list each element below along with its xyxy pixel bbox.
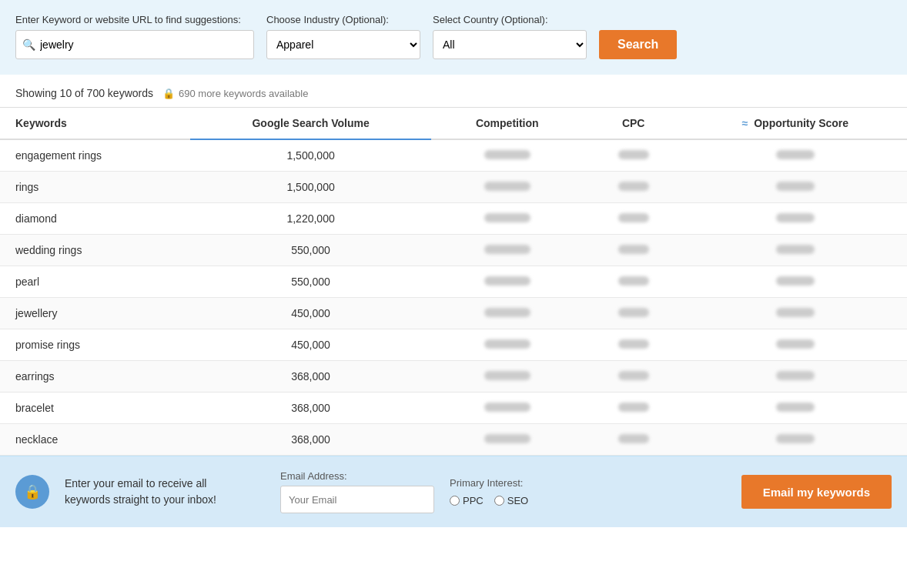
table-row: wedding rings550,000 bbox=[0, 235, 907, 266]
keyword-cell: bracelet bbox=[0, 393, 190, 424]
col-header-opportunity: ≈ Opportunity Score bbox=[684, 108, 907, 140]
cpc-cell bbox=[584, 329, 684, 361]
cpc-cell bbox=[584, 235, 684, 266]
cpc-cell bbox=[584, 361, 684, 393]
ppc-radio[interactable] bbox=[450, 496, 460, 506]
industry-label: Choose Industry (Optional): bbox=[266, 14, 420, 25]
opportunity-cell bbox=[684, 361, 907, 393]
email-keywords-button[interactable]: Email my keywords bbox=[741, 475, 892, 509]
opportunity-cell bbox=[684, 235, 907, 266]
opportunity-cell bbox=[684, 172, 907, 203]
table-row: jewellery450,000 bbox=[0, 298, 907, 329]
col-header-competition: Competition bbox=[431, 108, 584, 140]
ppc-radio-label[interactable]: PPC bbox=[450, 495, 484, 506]
opportunity-cell bbox=[684, 393, 907, 424]
table-header-row: Keywords Google Search Volume Competitio… bbox=[0, 108, 907, 140]
promo-line2: keywords straight to your inbox! bbox=[65, 493, 216, 506]
email-input[interactable] bbox=[280, 486, 434, 513]
keyword-cell: jewellery bbox=[0, 298, 190, 329]
table-row: diamond1,220,000 bbox=[0, 203, 907, 235]
industry-select[interactable]: Apparel Arts & Entertainment Automotive … bbox=[266, 30, 420, 59]
competition-cell bbox=[431, 235, 584, 266]
keyword-cell: diamond bbox=[0, 203, 190, 235]
col-header-opportunity-text: Opportunity Score bbox=[754, 117, 848, 129]
volume-cell: 368,000 bbox=[190, 361, 431, 393]
col-header-volume: Google Search Volume bbox=[190, 108, 431, 140]
search-magnifier-icon: 🔍 bbox=[22, 38, 35, 51]
cpc-cell bbox=[584, 298, 684, 329]
keyword-input-wrapper: 🔍 bbox=[15, 30, 254, 59]
opportunity-cell bbox=[684, 139, 907, 172]
country-select[interactable]: All United States United Kingdom Canada … bbox=[433, 30, 587, 59]
competition-cell bbox=[431, 266, 584, 298]
col-header-keywords: Keywords bbox=[0, 108, 190, 140]
table-row: necklace368,000 bbox=[0, 424, 907, 456]
radio-group: PPC SEO bbox=[450, 495, 528, 506]
country-field: Select Country (Optional): All United St… bbox=[433, 14, 587, 59]
email-address-label: Email Address: bbox=[280, 470, 434, 482]
more-available-text: 690 more keywords available bbox=[179, 88, 308, 99]
email-promo-text: Enter your email to receive all keywords… bbox=[65, 476, 265, 508]
table-row: earrings368,000 bbox=[0, 361, 907, 393]
keyword-field: Enter Keyword or website URL to find sug… bbox=[15, 14, 254, 59]
opportunity-cell bbox=[684, 266, 907, 298]
table-row: pearl550,000 bbox=[0, 266, 907, 298]
ppc-label-text: PPC bbox=[463, 495, 484, 506]
opportunity-cell bbox=[684, 424, 907, 456]
cpc-cell bbox=[584, 139, 684, 172]
seo-radio-label[interactable]: SEO bbox=[494, 495, 528, 506]
volume-cell: 1,500,000 bbox=[190, 172, 431, 203]
promo-line1: Enter your email to receive all bbox=[65, 477, 206, 489]
keyword-cell: promise rings bbox=[0, 329, 190, 361]
col-header-cpc: CPC bbox=[584, 108, 684, 140]
seo-radio[interactable] bbox=[494, 496, 504, 506]
keyword-cell: pearl bbox=[0, 266, 190, 298]
primary-interest-label: Primary Interest: bbox=[450, 477, 528, 489]
competition-cell bbox=[431, 393, 584, 424]
competition-cell bbox=[431, 203, 584, 235]
volume-cell: 368,000 bbox=[190, 393, 431, 424]
volume-cell: 1,220,000 bbox=[190, 203, 431, 235]
email-footer: 🔒 Enter your email to receive all keywor… bbox=[0, 456, 907, 527]
keyword-cell: engagement rings bbox=[0, 139, 190, 172]
table-row: rings1,500,000 bbox=[0, 172, 907, 203]
wave-icon: ≈ bbox=[742, 117, 748, 129]
table-row: promise rings450,000 bbox=[0, 329, 907, 361]
showing-text: Showing 10 of 700 keywords bbox=[15, 87, 153, 99]
volume-cell: 550,000 bbox=[190, 235, 431, 266]
competition-cell bbox=[431, 298, 584, 329]
opportunity-cell bbox=[684, 298, 907, 329]
primary-interest: Primary Interest: PPC SEO bbox=[450, 477, 528, 506]
keywords-table: Keywords Google Search Volume Competitio… bbox=[0, 107, 907, 456]
cpc-cell bbox=[584, 172, 684, 203]
industry-field: Choose Industry (Optional): Apparel Arts… bbox=[266, 14, 420, 59]
lock-emoji: 🔒 bbox=[24, 483, 41, 500]
keyword-cell: earrings bbox=[0, 361, 190, 393]
opportunity-cell bbox=[684, 329, 907, 361]
competition-cell bbox=[431, 329, 584, 361]
table-row: bracelet368,000 bbox=[0, 393, 907, 424]
competition-cell bbox=[431, 139, 584, 172]
results-header: Showing 10 of 700 keywords 🔒 690 more ke… bbox=[0, 75, 907, 107]
more-available: 🔒 690 more keywords available bbox=[162, 88, 308, 99]
seo-label-text: SEO bbox=[507, 495, 528, 506]
email-lock-icon: 🔒 bbox=[15, 475, 49, 509]
volume-cell: 450,000 bbox=[190, 329, 431, 361]
cpc-cell bbox=[584, 266, 684, 298]
cpc-cell bbox=[584, 393, 684, 424]
country-label: Select Country (Optional): bbox=[433, 14, 587, 25]
volume-cell: 1,500,000 bbox=[190, 139, 431, 172]
search-button[interactable]: Search bbox=[599, 30, 677, 59]
volume-cell: 368,000 bbox=[190, 424, 431, 456]
cpc-cell bbox=[584, 424, 684, 456]
opportunity-cell bbox=[684, 203, 907, 235]
competition-cell bbox=[431, 172, 584, 203]
competition-cell bbox=[431, 361, 584, 393]
cpc-cell bbox=[584, 203, 684, 235]
keyword-input[interactable] bbox=[40, 38, 247, 51]
email-form: Email Address: bbox=[280, 470, 434, 513]
keyword-cell: necklace bbox=[0, 424, 190, 456]
volume-cell: 550,000 bbox=[190, 266, 431, 298]
keyword-label: Enter Keyword or website URL to find sug… bbox=[15, 14, 254, 25]
keyword-cell: rings bbox=[0, 172, 190, 203]
